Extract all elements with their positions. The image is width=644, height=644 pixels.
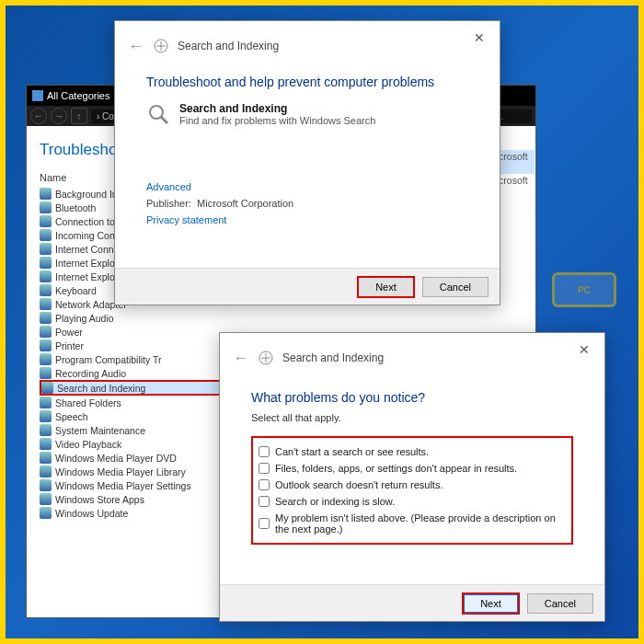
problem-option[interactable]: Files, folders, apps, or settings don't …: [257, 460, 568, 477]
problem-option[interactable]: Outlook search doesn't return results.: [257, 477, 568, 493]
item-label: Program Compatibility Tr: [55, 354, 162, 365]
item-icon: [40, 424, 52, 436]
item-label: Speech: [55, 411, 88, 422]
back-button[interactable]: ←: [233, 349, 249, 368]
item-icon: [40, 452, 52, 464]
svg-line-2: [161, 117, 167, 123]
item-label: Printer: [55, 340, 84, 351]
item-icon: [40, 243, 52, 255]
dialog-heading: Troubleshoot and help prevent computer p…: [146, 75, 468, 89]
checkbox[interactable]: [259, 496, 270, 507]
summary-desc: Find and fix problems with Windows Searc…: [179, 115, 375, 126]
troubleshooter-summary: Search and Indexing Find and fix problem…: [146, 102, 468, 126]
advanced-link[interactable]: Advanced: [146, 181, 468, 192]
checkbox[interactable]: [259, 518, 270, 529]
item-icon: [40, 367, 52, 379]
item-label: System Maintenance: [55, 425, 145, 436]
dialog-title: Search and Indexing: [282, 351, 384, 364]
option-label: Search or indexing is slow.: [275, 496, 395, 507]
dialog-instruction: Select all that apply.: [251, 412, 573, 423]
item-icon: [40, 188, 52, 200]
search-icon: [146, 102, 170, 126]
item-icon: [40, 507, 52, 519]
item-icon: [40, 215, 52, 227]
item-icon: [40, 479, 52, 491]
next-button[interactable]: Next: [357, 276, 415, 298]
item-icon: [40, 397, 52, 408]
nav-forward-button[interactable]: →: [51, 108, 67, 124]
troubleshooter-dialog-intro: ← Search and Indexing ✕ Troubleshoot and…: [114, 20, 500, 305]
item-icon: [40, 201, 52, 213]
item-label: Video Playback: [55, 439, 121, 450]
item-label: Windows Store Apps: [55, 494, 144, 505]
item-icon: [40, 326, 52, 338]
dialog-body: Troubleshoot and help prevent computer p…: [115, 71, 500, 235]
dialog-header: ← Search and Indexing ✕: [220, 333, 604, 383]
option-label: Outlook search doesn't return results.: [275, 479, 443, 490]
troubleshoot-icon: [259, 351, 273, 365]
item-label: Playing Audio: [55, 313, 114, 324]
item-label: Windows Media Player Settings: [55, 480, 191, 491]
publisher-row: Publisher: Microsoft Corporation: [146, 198, 468, 209]
item-label: Bluetooth: [55, 202, 96, 213]
problem-options: Can't start a search or see results.File…: [251, 436, 573, 545]
privacy-link[interactable]: Privacy statement: [146, 214, 468, 225]
dialog-body: What problems do you notice? Select all …: [220, 383, 604, 554]
back-button[interactable]: ←: [128, 37, 144, 56]
problem-option[interactable]: Search or indexing is slow.: [257, 493, 568, 510]
item-icon: [40, 493, 52, 505]
item-label: Search and Indexing: [57, 383, 145, 394]
close-button[interactable]: ✕: [573, 340, 595, 359]
nav-up-button[interactable]: ↑: [71, 108, 87, 124]
dialog-heading: What problems do you notice?: [251, 390, 573, 405]
item-icon: [40, 410, 52, 422]
item-icon: [40, 270, 52, 282]
item-label: Power: [55, 327, 83, 338]
nav-back-button[interactable]: ←: [30, 108, 47, 124]
list-item[interactable]: Playing Audio: [40, 311, 523, 325]
checkbox[interactable]: [259, 463, 270, 474]
dialog-footer: Next Cancel: [220, 584, 604, 621]
window-title: All Categories: [47, 86, 109, 106]
option-label: Files, folders, apps, or settings don't …: [275, 463, 517, 474]
option-label: Can't start a search or see results.: [275, 446, 429, 457]
option-label: My problem isn't listed above. (Please p…: [275, 512, 566, 535]
checkbox[interactable]: [259, 446, 270, 457]
publisher-value: Microsoft Corporation: [197, 198, 293, 209]
item-icon: [40, 339, 52, 351]
svg-point-1: [150, 106, 163, 119]
item-label: Recording Audio: [55, 368, 126, 379]
next-button[interactable]: Next: [462, 592, 520, 615]
problem-option[interactable]: My problem isn't listed above. (Please p…: [257, 510, 568, 537]
item-icon: [40, 284, 52, 296]
window-icon: [32, 90, 43, 101]
summary-title: Search and Indexing: [179, 102, 375, 115]
cancel-button[interactable]: Cancel: [527, 593, 593, 614]
close-button[interactable]: ✕: [468, 29, 490, 47]
troubleshoot-icon: [154, 39, 168, 53]
item-label: Windows Media Player DVD: [55, 453, 177, 464]
troubleshooter-dialog-problems: ← Search and Indexing ✕ What problems do…: [219, 332, 605, 622]
item-label: Windows Media Player Library: [55, 466, 186, 477]
watermark-badge: PC: [552, 272, 616, 307]
dialog-title: Search and Indexing: [178, 40, 279, 52]
item-icon: [40, 229, 52, 241]
item-icon: [40, 466, 52, 477]
dialog-footer: Next Cancel: [115, 268, 500, 305]
item-icon: [40, 438, 52, 450]
item-label: Windows Update: [55, 508, 128, 519]
dialog-header: ← Search and Indexing ✕: [115, 21, 500, 71]
problem-option[interactable]: Can't start a search or see results.: [257, 443, 568, 460]
item-icon: [41, 382, 53, 394]
item-icon: [40, 298, 52, 310]
cancel-button[interactable]: Cancel: [422, 277, 489, 297]
publisher-label: Publisher:: [146, 198, 191, 209]
checkbox[interactable]: [259, 479, 270, 490]
item-icon: [40, 353, 52, 365]
item-label: Shared Folders: [55, 397, 121, 408]
item-icon: [40, 257, 52, 269]
item-icon: [40, 312, 52, 324]
item-label: Keyboard: [55, 285, 97, 296]
